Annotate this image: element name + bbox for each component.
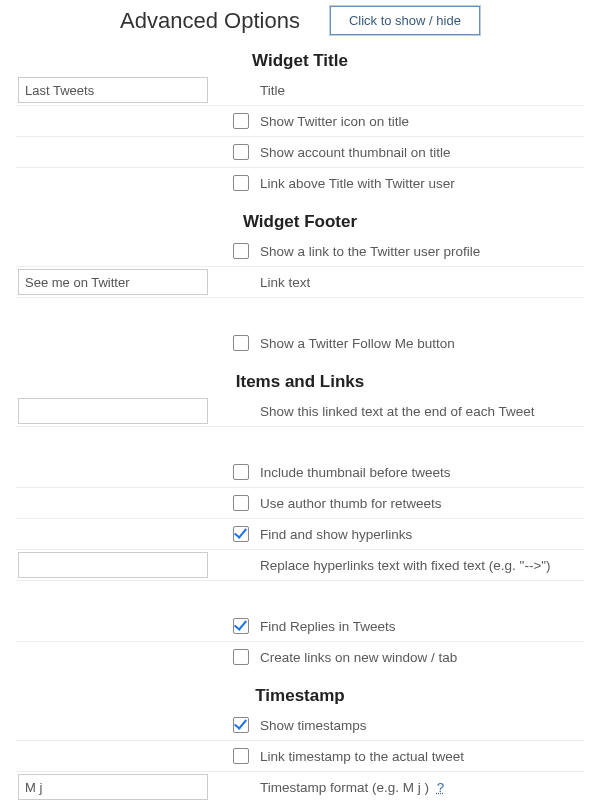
timestamp-format-label: Timestamp format (e.g. M j ) ? (256, 780, 584, 795)
row-link-text: Link text (16, 267, 584, 298)
author-thumb-rt-checkbox[interactable] (233, 495, 249, 511)
timestamp-rows: Show timestamps Link timestamp to the ac… (16, 710, 584, 802)
row-show-profile-link: Show a link to the Twitter user profile (16, 236, 584, 267)
follow-me-checkbox[interactable] (233, 335, 249, 351)
new-window-checkbox[interactable] (233, 649, 249, 665)
follow-me-label: Show a Twitter Follow Me button (256, 336, 584, 351)
show-account-thumb-label: Show account thumbnail on title (256, 145, 584, 160)
section-heading-widget-footer: Widget Footer (0, 212, 600, 232)
row-link-timestamp: Link timestamp to the actual tweet (16, 741, 584, 772)
row-linked-text: Show this linked text at the end of each… (16, 396, 584, 427)
row-show-account-thumb: Show account thumbnail on title (16, 137, 584, 168)
link-text-input[interactable] (18, 269, 208, 295)
title-label: Title (256, 83, 584, 98)
find-hyperlinks-checkbox[interactable] (233, 526, 249, 542)
link-timestamp-checkbox[interactable] (233, 748, 249, 764)
replace-hyperlink-text-label: Replace hyperlinks text with fixed text … (256, 558, 584, 573)
row-new-window: Create links on new window / tab (16, 642, 584, 672)
row-include-thumb: Include thumbnail before tweets (16, 457, 584, 488)
row-author-thumb-rt: Use author thumb for retweets (16, 488, 584, 519)
advanced-options-panel: Advanced Options Click to show / hide Wi… (0, 0, 600, 811)
header: Advanced Options Click to show / hide (0, 6, 600, 35)
replace-hyperlink-text-input[interactable] (18, 552, 208, 578)
include-thumb-checkbox[interactable] (233, 464, 249, 480)
link-text-label: Link text (256, 275, 584, 290)
row-follow-me-button: Show a Twitter Follow Me button (16, 328, 584, 358)
show-timestamps-label: Show timestamps (256, 718, 584, 733)
show-profile-link-checkbox[interactable] (233, 243, 249, 259)
items-links-rows: Show this linked text at the end of each… (16, 396, 584, 672)
include-thumb-label: Include thumbnail before tweets (256, 465, 584, 480)
row-show-twitter-icon: Show Twitter icon on title (16, 106, 584, 137)
new-window-label: Create links on new window / tab (256, 650, 584, 665)
timestamp-format-text: Timestamp format (e.g. M j ) (260, 780, 429, 795)
row-replace-hyperlink-text: Replace hyperlinks text with fixed text … (16, 550, 584, 581)
show-profile-link-label: Show a link to the Twitter user profile (256, 244, 584, 259)
link-timestamp-label: Link timestamp to the actual tweet (256, 749, 584, 764)
timestamp-format-input[interactable] (18, 774, 208, 800)
section-heading-items-links: Items and Links (0, 372, 600, 392)
widget-footer-rows: Show a link to the Twitter user profile … (16, 236, 584, 358)
row-timestamp-format: Timestamp format (e.g. M j ) ? (16, 772, 584, 802)
section-heading-timestamp: Timestamp (0, 686, 600, 706)
row-find-hyperlinks: Find and show hyperlinks (16, 519, 584, 550)
find-replies-checkbox[interactable] (233, 618, 249, 634)
author-thumb-rt-label: Use author thumb for retweets (256, 496, 584, 511)
show-timestamps-checkbox[interactable] (233, 717, 249, 733)
title-input[interactable] (18, 77, 208, 103)
row-find-replies: Find Replies in Tweets (16, 611, 584, 642)
linked-text-label: Show this linked text at the end of each… (256, 404, 584, 419)
toggle-button[interactable]: Click to show / hide (330, 6, 480, 35)
show-twitter-icon-checkbox[interactable] (233, 113, 249, 129)
link-above-title-checkbox[interactable] (233, 175, 249, 191)
timestamp-format-help-link[interactable]: ? (437, 780, 445, 795)
row-link-above-title: Link above Title with Twitter user (16, 168, 584, 198)
show-account-thumb-checkbox[interactable] (233, 144, 249, 160)
show-twitter-icon-label: Show Twitter icon on title (256, 114, 584, 129)
link-above-title-label: Link above Title with Twitter user (256, 176, 584, 191)
panel-title: Advanced Options (120, 8, 300, 34)
widget-title-rows: Title Show Twitter icon on title Show ac… (16, 75, 584, 198)
row-title: Title (16, 75, 584, 106)
find-hyperlinks-label: Find and show hyperlinks (256, 527, 584, 542)
section-heading-widget-title: Widget Title (0, 51, 600, 71)
linked-text-input[interactable] (18, 398, 208, 424)
find-replies-label: Find Replies in Tweets (256, 619, 584, 634)
row-show-timestamps: Show timestamps (16, 710, 584, 741)
